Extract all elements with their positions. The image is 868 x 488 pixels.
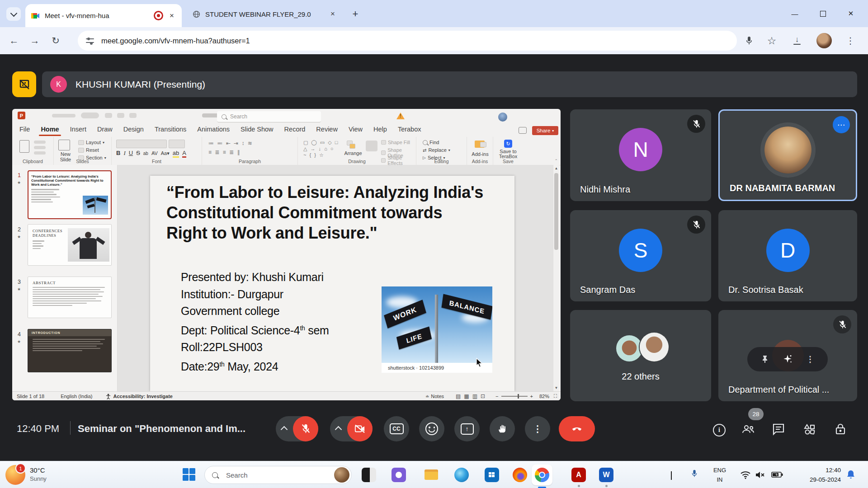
new-slide-icon[interactable] bbox=[58, 140, 70, 150]
pin-icon[interactable] bbox=[761, 355, 769, 364]
meeting-details-button[interactable]: i bbox=[713, 424, 726, 436]
warning-icon[interactable] bbox=[396, 113, 405, 119]
ppt-tab-home[interactable]: Home bbox=[41, 126, 59, 133]
addins-icon[interactable] bbox=[475, 141, 485, 148]
font-name-box[interactable] bbox=[116, 140, 167, 148]
scroll-up-icon[interactable]: ▲ bbox=[554, 166, 558, 170]
paragraph-row1-icons[interactable]: ≔ ≕ ⇤ ⇥ ↕ ≋ bbox=[208, 141, 253, 146]
new-tab-button[interactable]: + bbox=[349, 8, 362, 20]
people-button[interactable] bbox=[741, 423, 755, 436]
comments-icon[interactable] bbox=[519, 127, 527, 134]
captions-button[interactable]: CC bbox=[384, 416, 409, 441]
microsoft-store-icon[interactable] bbox=[485, 468, 499, 482]
effects-sparkle-icon[interactable] bbox=[782, 353, 793, 365]
reset-button[interactable]: Reset bbox=[78, 147, 99, 153]
ppt-tab-review[interactable]: Review bbox=[316, 126, 338, 133]
slide-thumbnail-2[interactable]: CONFERENCESDEADLINES bbox=[28, 224, 112, 266]
ppt-tab-view[interactable]: View bbox=[349, 126, 363, 133]
more-options-button[interactable]: ⋮ bbox=[525, 416, 550, 441]
slide-thumbnail-1[interactable]: “From Labor to Leisure: Analyzing India'… bbox=[28, 170, 112, 219]
save-terabox-button[interactable]: Save toTeraBox bbox=[496, 149, 520, 159]
font-buttons[interactable]: B I U S ab AV Aa▾ ab A bbox=[116, 150, 189, 158]
shape-fill-button[interactable]: Shape Fill bbox=[381, 140, 410, 145]
ppt-tab-help[interactable]: Help bbox=[373, 126, 387, 133]
edge-icon[interactable] bbox=[454, 468, 469, 482]
reactions-button[interactable] bbox=[419, 416, 444, 441]
office-account-avatar[interactable] bbox=[498, 113, 507, 122]
shape-gallery-row1[interactable]: ▢ ◯ ▭ ◇ □ bbox=[303, 140, 339, 145]
search-highlight-image[interactable] bbox=[334, 467, 349, 483]
clock-tray[interactable]: 12:40 29-05-2024 bbox=[792, 465, 841, 484]
arrange-label[interactable]: Arrange bbox=[343, 150, 363, 156]
ppt-search-box[interactable]: Search bbox=[217, 111, 321, 122]
present-button[interactable]: ↑ bbox=[454, 416, 480, 441]
paste-icon[interactable] bbox=[19, 140, 29, 153]
start-button[interactable] bbox=[183, 468, 195, 481]
download-icon[interactable]: ↓ bbox=[790, 34, 804, 47]
zoom-in-icon[interactable]: + bbox=[530, 394, 533, 399]
acrobat-icon[interactable]: A bbox=[571, 468, 586, 482]
others-tile[interactable]: 22 others bbox=[570, 310, 711, 401]
zoom-out-icon[interactable]: − bbox=[495, 394, 498, 399]
layout-button[interactable]: Layout▾ bbox=[78, 140, 104, 145]
copy-button-blur[interactable] bbox=[34, 146, 46, 149]
toolbar-mic-icon[interactable] bbox=[742, 34, 756, 47]
participant-tile-sootrisa[interactable]: D Dr. Sootrisa Basak bbox=[718, 210, 857, 301]
notes-button[interactable]: Notes bbox=[431, 394, 444, 399]
save-button-blur[interactable] bbox=[105, 113, 112, 118]
accessibility-status[interactable]: Accessibility: Investigate bbox=[113, 394, 172, 399]
tab-flyer[interactable]: STUDENT WEBINAR FLYER_29.0 × bbox=[189, 5, 341, 23]
scrollbar-thumb[interactable] bbox=[554, 173, 558, 250]
site-settings-icon[interactable] bbox=[86, 38, 94, 44]
camera-toggle-button[interactable] bbox=[347, 416, 373, 441]
notification-bell-icon[interactable] bbox=[846, 469, 855, 479]
tile-more-options-icon[interactable]: ⋯ bbox=[833, 116, 850, 133]
slide-thumbnail-3[interactable]: ABSTRACT bbox=[28, 277, 112, 318]
participant-tile-nabamita[interactable]: ⋯ DR NABAMITA BARMAN bbox=[718, 109, 857, 201]
presentation-mode-chip[interactable] bbox=[12, 71, 36, 97]
terabox-icon[interactable]: ↻ bbox=[504, 140, 512, 148]
arrange-icon[interactable] bbox=[347, 141, 355, 148]
bookmark-star-icon[interactable]: ☆ bbox=[765, 34, 778, 47]
leave-call-button[interactable] bbox=[559, 416, 595, 441]
addins-button-label[interactable]: Add-ins bbox=[471, 151, 490, 157]
tab-meet[interactable]: Meet - vfv-mnem-hua × bbox=[25, 4, 182, 27]
ppt-tab-file[interactable]: File bbox=[19, 126, 30, 133]
taskbar-app-purple-icon[interactable] bbox=[392, 468, 406, 482]
host-controls-button[interactable] bbox=[835, 423, 846, 436]
battery-icon[interactable] bbox=[771, 472, 783, 478]
raise-hand-button[interactable] bbox=[490, 416, 515, 441]
taskbar-search[interactable]: Search bbox=[204, 466, 352, 484]
undo-button-blur[interactable] bbox=[117, 113, 124, 118]
find-button[interactable]: Find bbox=[423, 140, 439, 145]
tray-chevron-up-icon[interactable] bbox=[671, 472, 672, 480]
cut-button-blur[interactable] bbox=[34, 141, 46, 144]
scroll-down-icon[interactable]: ▼ bbox=[554, 386, 558, 390]
window-close-button[interactable]: ✕ bbox=[841, 6, 860, 21]
language-indicator[interactable]: English (India) bbox=[61, 394, 92, 399]
ppt-tab-slideshow[interactable]: Slide Show bbox=[241, 126, 274, 133]
ppt-tab-record[interactable]: Record bbox=[284, 126, 306, 133]
taskbar-app-dark-icon[interactable] bbox=[362, 468, 376, 482]
ppt-tab-draw[interactable]: Draw bbox=[97, 126, 113, 133]
window-maximize-button[interactable] bbox=[813, 6, 832, 21]
current-slide[interactable]: “From Labor to Leisure: Analyzing India'… bbox=[150, 176, 514, 391]
weather-condition-label[interactable]: Sunny bbox=[30, 475, 47, 482]
chrome-taskbar-button[interactable] bbox=[532, 465, 552, 485]
reload-button[interactable]: ↻ bbox=[49, 34, 62, 47]
ppt-tab-insert[interactable]: Insert bbox=[70, 126, 86, 133]
tab-search-button[interactable] bbox=[6, 7, 21, 21]
paragraph-row2-icons[interactable]: ≡ ≣ ≡ ≣ ∥ bbox=[208, 150, 241, 155]
chat-button[interactable] bbox=[772, 423, 785, 436]
back-button[interactable]: ← bbox=[7, 34, 21, 47]
participant-tile-sangram[interactable]: S Sangram Das bbox=[570, 210, 711, 301]
slide-scrollbar[interactable]: ▲ ▼ bbox=[553, 165, 559, 391]
autosave-toggle-blur[interactable] bbox=[81, 113, 99, 118]
slide-thumbnail-4[interactable]: INTRODUCTION bbox=[28, 329, 112, 372]
powerpoint-window[interactable]: P Search File Home Insert Draw Design Tr… bbox=[12, 109, 561, 400]
font-size-box[interactable] bbox=[169, 140, 185, 148]
profile-avatar[interactable] bbox=[816, 33, 832, 48]
fit-slide-icon[interactable]: ⛶ bbox=[554, 394, 557, 399]
language-switcher[interactable]: ENGIN bbox=[711, 465, 729, 484]
temperature-label[interactable]: 30°C bbox=[30, 466, 45, 474]
